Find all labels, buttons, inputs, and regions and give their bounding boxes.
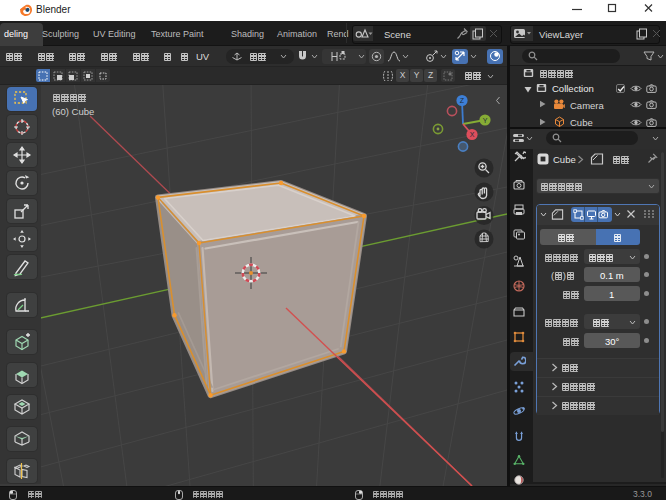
svg-text:Y: Y: [483, 117, 488, 124]
svg-text:X: X: [470, 131, 475, 138]
svg-text:Z: Z: [460, 97, 465, 104]
